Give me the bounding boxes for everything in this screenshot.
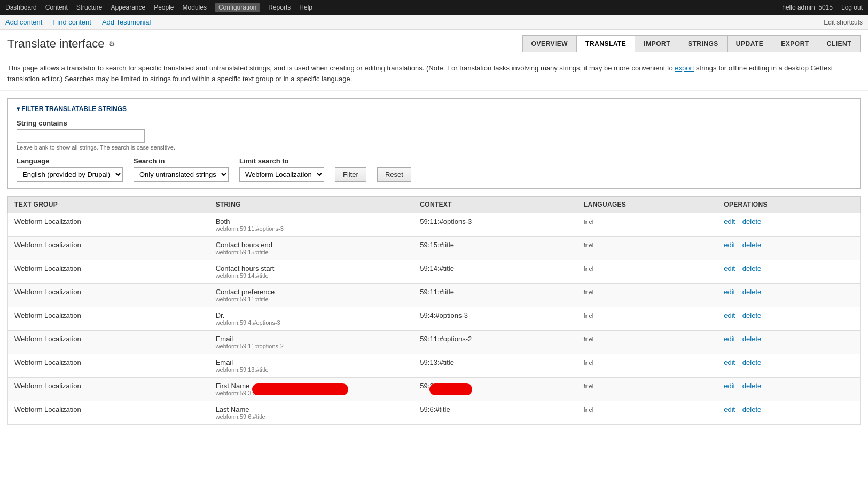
- limit-search-select[interactable]: Webform Localization All text groups Oth…: [239, 167, 324, 182]
- search-in-select[interactable]: Only untranslated strings All strings Tr…: [134, 167, 229, 182]
- admin-logout[interactable]: Log out: [841, 4, 863, 11]
- tab-translate[interactable]: TRANSLATE: [576, 35, 635, 52]
- string-contains-input[interactable]: [17, 129, 145, 143]
- add-content-link[interactable]: Add content: [5, 18, 42, 26]
- delete-link[interactable]: delete: [742, 217, 761, 225]
- string-contains-group: String contains Leave blank to show all …: [17, 119, 851, 151]
- cell-context: 59:13:#title: [413, 354, 577, 378]
- edit-link[interactable]: edit: [724, 405, 735, 413]
- edit-link[interactable]: edit: [724, 264, 735, 272]
- edit-link[interactable]: edit: [724, 335, 735, 343]
- admin-bar-appearance[interactable]: Appearance: [111, 4, 145, 11]
- strings-table: TEXT GROUP STRING CONTEXT LANGUAGES OPER…: [7, 196, 861, 425]
- edit-link[interactable]: edit: [724, 217, 735, 225]
- col-languages: LANGUAGES: [577, 197, 717, 213]
- cell-languages: fr el: [577, 237, 717, 260]
- cell-string: Contact preference webform:59:11:#title: [209, 284, 413, 307]
- tab-overview[interactable]: OVERVIEW: [522, 35, 576, 52]
- cell-languages: fr el: [577, 354, 717, 378]
- cell-text-group: Webform Localization: [8, 378, 209, 401]
- export-link[interactable]: export: [675, 64, 694, 72]
- cell-string: Email webform:59:13:#title: [209, 354, 413, 378]
- delete-link[interactable]: delete: [742, 311, 761, 319]
- cell-operations: edit delete: [717, 237, 861, 260]
- admin-user-label: hello admin_5015: [782, 4, 833, 11]
- cell-context: 59:11:#options-2: [413, 331, 577, 354]
- table-header-row: TEXT GROUP STRING CONTEXT LANGUAGES OPER…: [8, 197, 861, 213]
- edit-link[interactable]: edit: [724, 382, 735, 390]
- cell-context: 59:11:#options-3: [413, 213, 577, 237]
- table-row: Webform Localization Both webform:59:11:…: [8, 213, 861, 237]
- cell-text-group: Webform Localization: [8, 331, 209, 354]
- delete-link[interactable]: delete: [742, 241, 761, 249]
- string-contains-hint: Leave blank to show all strings. The sea…: [17, 144, 851, 151]
- admin-bar-modules[interactable]: Modules: [183, 4, 207, 11]
- delete-link[interactable]: delete: [742, 358, 761, 366]
- reset-button[interactable]: Reset: [377, 167, 411, 182]
- admin-bar-configuration[interactable]: Configuration: [215, 3, 260, 12]
- cell-text-group: Webform Localization: [8, 260, 209, 284]
- delete-link[interactable]: delete: [742, 335, 761, 343]
- edit-link[interactable]: edit: [724, 241, 735, 249]
- edit-link[interactable]: edit: [724, 288, 735, 296]
- table-row: Webform Localization Contact hours start…: [8, 260, 861, 284]
- col-string: STRING: [209, 197, 413, 213]
- cell-context: 59:4:#options-3: [413, 307, 577, 331]
- cell-operations: edit delete: [717, 307, 861, 331]
- admin-bar-structure[interactable]: Structure: [76, 4, 103, 11]
- secondary-nav: Add content Find content Add Testimonial…: [0, 15, 868, 30]
- tab-import[interactable]: IMPORT: [635, 35, 679, 52]
- delete-link[interactable]: delete: [742, 288, 761, 296]
- cell-string: Both webform:59:11:#options-3: [209, 213, 413, 237]
- search-in-label: Search in: [134, 157, 229, 165]
- filter-title[interactable]: FILTER TRANSLATABLE STRINGS: [17, 105, 851, 113]
- cell-text-group: Webform Localization: [8, 284, 209, 307]
- admin-bar-content[interactable]: Content: [45, 4, 68, 11]
- language-select[interactable]: English (provided by Drupal) French Span…: [17, 167, 123, 182]
- cell-string: First Name webform:59:3:#title: [209, 378, 413, 401]
- admin-bar-people[interactable]: People: [154, 4, 174, 11]
- cell-string: Contact hours end webform:59:15:#title: [209, 237, 413, 260]
- tab-export[interactable]: EXPORT: [772, 35, 817, 52]
- cell-languages: fr el: [577, 213, 717, 237]
- col-text-group: TEXT GROUP: [8, 197, 209, 213]
- page-title: Translate interface ⚙: [7, 37, 116, 51]
- add-testimonial-link[interactable]: Add Testimonial: [102, 18, 151, 26]
- cell-context: 59:6:#title: [413, 401, 577, 425]
- tab-client[interactable]: CLIENT: [818, 35, 861, 52]
- cell-text-group: Webform Localization: [8, 401, 209, 425]
- language-label: Language: [17, 157, 123, 165]
- admin-bar-reports[interactable]: Reports: [268, 4, 291, 11]
- cell-languages: fr el: [577, 307, 717, 331]
- find-content-link[interactable]: Find content: [53, 18, 91, 26]
- search-in-field: Search in Only untranslated strings All …: [134, 157, 229, 182]
- table-row: Webform Localization Email webform:59:11…: [8, 331, 861, 354]
- edit-shortcuts[interactable]: Edit shortcuts: [824, 19, 863, 26]
- tab-strings[interactable]: STRINGS: [679, 35, 727, 52]
- cell-operations: edit delete: [717, 331, 861, 354]
- cell-string: Contact hours start webform:59:14:#title: [209, 260, 413, 284]
- cell-languages: fr el: [577, 260, 717, 284]
- edit-link[interactable]: edit: [724, 358, 735, 366]
- cell-languages: fr el: [577, 401, 717, 425]
- table-row: Webform Localization Contact hours end w…: [8, 237, 861, 260]
- delete-link[interactable]: delete: [742, 264, 761, 272]
- col-context: CONTEXT: [413, 197, 577, 213]
- table-row: Webform Localization Last Name webform:5…: [8, 401, 861, 425]
- delete-link[interactable]: delete: [742, 382, 761, 390]
- page-header: Translate interface ⚙ OVERVIEW TRANSLATE…: [0, 30, 868, 57]
- cell-context: 59:3:#title: [413, 378, 577, 401]
- string-contains-label: String contains: [17, 119, 851, 127]
- tab-update[interactable]: UPDATE: [727, 35, 772, 52]
- cell-context: 59:11:#title: [413, 284, 577, 307]
- delete-link[interactable]: delete: [742, 405, 761, 413]
- edit-link[interactable]: edit: [724, 311, 735, 319]
- admin-bar-help[interactable]: Help: [299, 4, 312, 11]
- filter-button[interactable]: Filter: [335, 167, 366, 182]
- gear-icon[interactable]: ⚙: [107, 40, 116, 48]
- cell-operations: edit delete: [717, 213, 861, 237]
- table-row: Webform Localization First Name webform:…: [8, 378, 861, 401]
- filter-section: FILTER TRANSLATABLE STRINGS String conta…: [7, 98, 861, 189]
- cell-text-group: Webform Localization: [8, 307, 209, 331]
- admin-bar-dashboard[interactable]: Dashboard: [5, 4, 37, 11]
